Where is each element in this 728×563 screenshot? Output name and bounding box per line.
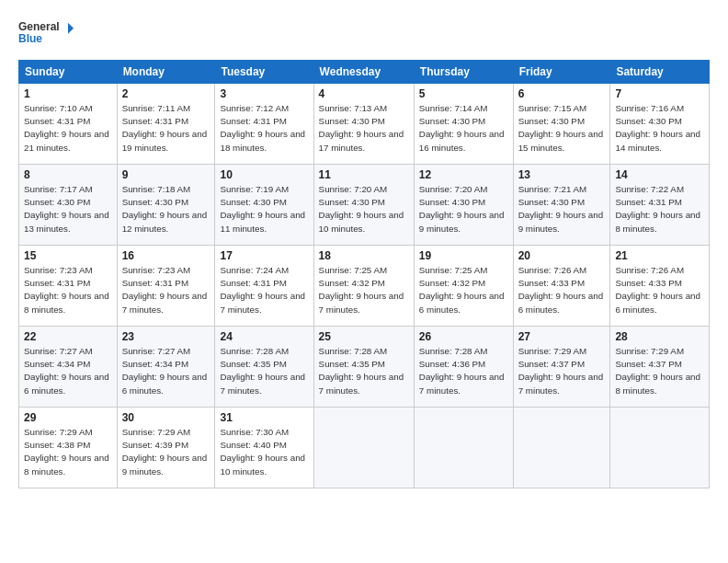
- calendar-cell: 1Sunrise: 7:10 AMSunset: 4:31 PMDaylight…: [19, 84, 118, 165]
- day-number: 11: [319, 168, 409, 181]
- day-info: Sunrise: 7:27 AMSunset: 4:34 PMDaylight:…: [122, 345, 210, 397]
- day-info: Sunrise: 7:13 AMSunset: 4:30 PMDaylight:…: [319, 102, 409, 155]
- day-number: 5: [419, 87, 508, 100]
- calendar-cell: 12Sunrise: 7:20 AMSunset: 4:30 PMDayligh…: [414, 165, 513, 246]
- day-info: Sunrise: 7:28 AMSunset: 4:35 PMDaylight:…: [220, 345, 308, 397]
- calendar-cell: 26Sunrise: 7:28 AMSunset: 4:36 PMDayligh…: [414, 327, 513, 408]
- day-number: 13: [518, 168, 606, 181]
- calendar-cell: 13Sunrise: 7:21 AMSunset: 4:30 PMDayligh…: [513, 165, 610, 246]
- day-info: Sunrise: 7:14 AMSunset: 4:30 PMDaylight:…: [419, 102, 508, 155]
- day-number: 24: [220, 330, 308, 343]
- calendar-cell: 11Sunrise: 7:20 AMSunset: 4:30 PMDayligh…: [313, 165, 414, 246]
- day-info: Sunrise: 7:30 AMSunset: 4:40 PMDaylight:…: [220, 426, 308, 478]
- calendar-cell: 28Sunrise: 7:29 AMSunset: 4:37 PMDayligh…: [610, 327, 710, 408]
- calendar-cell: [513, 408, 610, 488]
- calendar-body: 1Sunrise: 7:10 AMSunset: 4:31 PMDaylight…: [19, 84, 710, 488]
- day-number: 29: [24, 411, 112, 424]
- day-info: Sunrise: 7:22 AMSunset: 4:31 PMDaylight:…: [615, 183, 704, 236]
- weekday-header-friday: Friday: [513, 61, 610, 84]
- day-info: Sunrise: 7:21 AMSunset: 4:30 PMDaylight:…: [518, 183, 606, 236]
- weekday-header-saturday: Saturday: [610, 61, 710, 84]
- calendar-cell: [313, 408, 414, 488]
- day-info: Sunrise: 7:26 AMSunset: 4:33 PMDaylight:…: [518, 264, 606, 316]
- weekday-header-tuesday: Tuesday: [215, 61, 313, 84]
- day-info: Sunrise: 7:16 AMSunset: 4:30 PMDaylight:…: [615, 102, 704, 155]
- day-info: Sunrise: 7:10 AMSunset: 4:31 PMDaylight:…: [24, 102, 112, 155]
- day-number: 8: [24, 168, 112, 181]
- day-number: 23: [122, 330, 210, 343]
- calendar-cell: 20Sunrise: 7:26 AMSunset: 4:33 PMDayligh…: [513, 246, 610, 327]
- day-number: 1: [24, 87, 112, 100]
- calendar-week-row: 15Sunrise: 7:23 AMSunset: 4:31 PMDayligh…: [19, 246, 710, 327]
- calendar-cell: 30Sunrise: 7:29 AMSunset: 4:39 PMDayligh…: [117, 408, 215, 488]
- calendar-cell: 14Sunrise: 7:22 AMSunset: 4:31 PMDayligh…: [610, 165, 710, 246]
- header: General Blue: [18, 17, 710, 49]
- day-number: 31: [220, 411, 308, 424]
- svg-marker-2: [68, 23, 74, 34]
- weekday-header-monday: Monday: [117, 61, 215, 84]
- calendar-cell: [610, 408, 710, 488]
- day-number: 20: [518, 249, 606, 262]
- calendar-cell: 7Sunrise: 7:16 AMSunset: 4:30 PMDaylight…: [610, 84, 710, 165]
- day-number: 10: [220, 168, 308, 181]
- calendar-cell: 17Sunrise: 7:24 AMSunset: 4:31 PMDayligh…: [215, 246, 313, 327]
- calendar-week-row: 8Sunrise: 7:17 AMSunset: 4:30 PMDaylight…: [19, 165, 710, 246]
- calendar-week-row: 22Sunrise: 7:27 AMSunset: 4:34 PMDayligh…: [19, 327, 710, 408]
- day-number: 21: [615, 249, 704, 262]
- day-info: Sunrise: 7:29 AMSunset: 4:39 PMDaylight:…: [122, 426, 210, 478]
- day-info: Sunrise: 7:25 AMSunset: 4:32 PMDaylight:…: [319, 264, 409, 316]
- day-number: 6: [518, 87, 606, 100]
- day-number: 18: [319, 249, 409, 262]
- calendar-table: SundayMondayTuesdayWednesdayThursdayFrid…: [18, 60, 710, 488]
- day-number: 30: [122, 411, 210, 424]
- calendar-cell: 19Sunrise: 7:25 AMSunset: 4:32 PMDayligh…: [414, 246, 513, 327]
- weekday-header-thursday: Thursday: [414, 61, 513, 84]
- day-info: Sunrise: 7:15 AMSunset: 4:30 PMDaylight:…: [518, 102, 606, 155]
- day-info: Sunrise: 7:23 AMSunset: 4:31 PMDaylight:…: [122, 264, 210, 316]
- day-info: Sunrise: 7:20 AMSunset: 4:30 PMDaylight:…: [319, 183, 409, 236]
- day-number: 19: [419, 249, 508, 262]
- calendar-cell: 25Sunrise: 7:28 AMSunset: 4:35 PMDayligh…: [313, 327, 414, 408]
- day-number: 17: [220, 249, 308, 262]
- day-number: 14: [615, 168, 704, 181]
- page: General Blue SundayMondayTuesdayWednesda…: [0, 0, 728, 563]
- day-info: Sunrise: 7:24 AMSunset: 4:31 PMDaylight:…: [220, 264, 308, 316]
- day-info: Sunrise: 7:26 AMSunset: 4:33 PMDaylight:…: [615, 264, 704, 316]
- day-info: Sunrise: 7:11 AMSunset: 4:31 PMDaylight:…: [122, 102, 210, 155]
- logo: General Blue: [18, 17, 74, 49]
- day-number: 2: [122, 87, 210, 100]
- calendar-cell: 18Sunrise: 7:25 AMSunset: 4:32 PMDayligh…: [313, 246, 414, 327]
- calendar-cell: 23Sunrise: 7:27 AMSunset: 4:34 PMDayligh…: [117, 327, 215, 408]
- day-info: Sunrise: 7:29 AMSunset: 4:37 PMDaylight:…: [518, 345, 606, 397]
- calendar-cell: 10Sunrise: 7:19 AMSunset: 4:30 PMDayligh…: [215, 165, 313, 246]
- day-info: Sunrise: 7:29 AMSunset: 4:38 PMDaylight:…: [24, 426, 112, 478]
- day-number: 4: [319, 87, 409, 100]
- calendar-cell: 15Sunrise: 7:23 AMSunset: 4:31 PMDayligh…: [19, 246, 118, 327]
- day-info: Sunrise: 7:19 AMSunset: 4:30 PMDaylight:…: [220, 183, 308, 236]
- day-info: Sunrise: 7:29 AMSunset: 4:37 PMDaylight:…: [615, 345, 704, 397]
- calendar-week-row: 1Sunrise: 7:10 AMSunset: 4:31 PMDaylight…: [19, 84, 710, 165]
- day-info: Sunrise: 7:23 AMSunset: 4:31 PMDaylight:…: [24, 264, 112, 316]
- day-number: 12: [419, 168, 508, 181]
- day-number: 15: [24, 249, 112, 262]
- day-number: 28: [615, 330, 704, 343]
- calendar-cell: 9Sunrise: 7:18 AMSunset: 4:30 PMDaylight…: [117, 165, 215, 246]
- calendar-cell: 5Sunrise: 7:14 AMSunset: 4:30 PMDaylight…: [414, 84, 513, 165]
- calendar-week-row: 29Sunrise: 7:29 AMSunset: 4:38 PMDayligh…: [19, 408, 710, 488]
- calendar-cell: 4Sunrise: 7:13 AMSunset: 4:30 PMDaylight…: [313, 84, 414, 165]
- day-info: Sunrise: 7:18 AMSunset: 4:30 PMDaylight:…: [122, 183, 210, 236]
- weekday-header-sunday: Sunday: [19, 61, 118, 84]
- calendar-cell: 2Sunrise: 7:11 AMSunset: 4:31 PMDaylight…: [117, 84, 215, 165]
- day-info: Sunrise: 7:27 AMSunset: 4:34 PMDaylight:…: [24, 345, 112, 397]
- day-number: 9: [122, 168, 210, 181]
- day-info: Sunrise: 7:28 AMSunset: 4:35 PMDaylight:…: [319, 345, 409, 397]
- day-number: 27: [518, 330, 606, 343]
- calendar-cell: 21Sunrise: 7:26 AMSunset: 4:33 PMDayligh…: [610, 246, 710, 327]
- logo-svg: General Blue: [18, 17, 74, 49]
- day-info: Sunrise: 7:28 AMSunset: 4:36 PMDaylight:…: [419, 345, 508, 397]
- calendar-cell: 29Sunrise: 7:29 AMSunset: 4:38 PMDayligh…: [19, 408, 118, 488]
- day-info: Sunrise: 7:25 AMSunset: 4:32 PMDaylight:…: [419, 264, 508, 316]
- calendar-cell: 3Sunrise: 7:12 AMSunset: 4:31 PMDaylight…: [215, 84, 313, 165]
- calendar-cell: 27Sunrise: 7:29 AMSunset: 4:37 PMDayligh…: [513, 327, 610, 408]
- day-number: 26: [419, 330, 508, 343]
